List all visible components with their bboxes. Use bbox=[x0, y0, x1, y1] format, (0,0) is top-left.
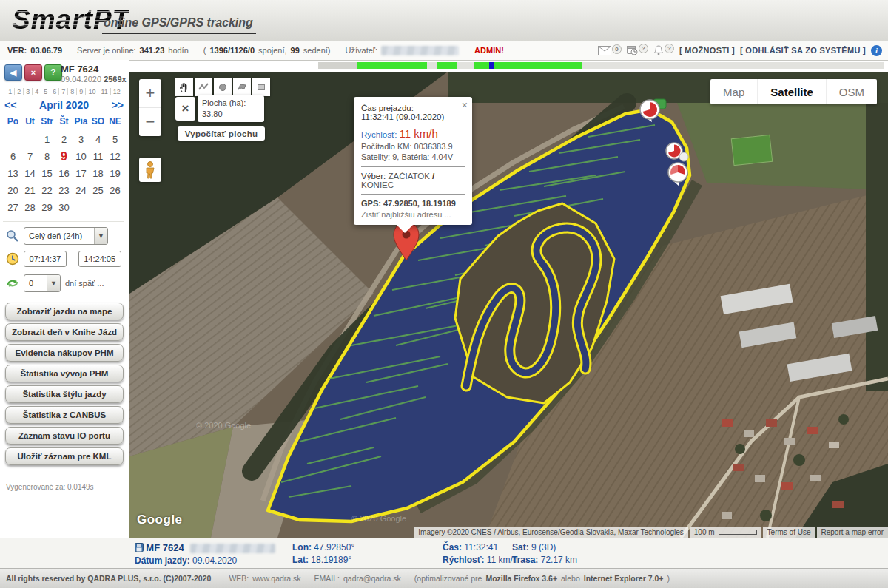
action-button-3[interactable]: Evidencia nákupov PHM bbox=[5, 344, 124, 362]
days-back-select[interactable]: 0 ▼ bbox=[24, 274, 61, 292]
month-select-2[interactable]: 2 bbox=[15, 88, 24, 95]
area-close-button[interactable]: × bbox=[175, 97, 195, 121]
calendar-day-30[interactable]: 30 bbox=[56, 199, 73, 216]
popup-select-separator: / bbox=[432, 172, 434, 180]
zoom-out-button[interactable]: − bbox=[139, 108, 161, 136]
month-select-3[interactable]: 3 bbox=[24, 88, 33, 95]
info-icon[interactable]: i bbox=[871, 45, 882, 56]
timeline-segment-green bbox=[494, 62, 582, 69]
circle-tool[interactable] bbox=[214, 78, 232, 96]
calendar-prev-button[interactable]: << bbox=[4, 99, 16, 111]
month-select-6[interactable]: 6 bbox=[50, 88, 59, 95]
calendar-day-9[interactable]: 9 bbox=[56, 148, 73, 165]
close-vehicle-button[interactable]: × bbox=[24, 64, 42, 81]
calendar-day-6[interactable]: 6 bbox=[4, 148, 21, 165]
month-select-7[interactable]: 7 bbox=[59, 88, 68, 95]
popup-close-icon[interactable]: × bbox=[462, 99, 468, 111]
pan-hand-tool[interactable] bbox=[175, 78, 193, 96]
calendar-day-5[interactable]: 5 bbox=[107, 131, 124, 148]
terms-link[interactable]: Terms of Use bbox=[763, 527, 815, 538]
polyline-tool[interactable] bbox=[195, 78, 212, 96]
service-calendar-button[interactable]: ? bbox=[627, 45, 648, 55]
action-button-4[interactable]: Štatistika vývoja PHM bbox=[5, 365, 124, 382]
calendar-next-button[interactable]: >> bbox=[112, 99, 124, 111]
calendar-day-8[interactable]: 8 bbox=[38, 148, 56, 165]
month-select-9[interactable]: 9 bbox=[77, 88, 86, 95]
popup-select-start-link[interactable]: ZAČIATOK bbox=[388, 172, 429, 180]
calendar-day-empty bbox=[90, 199, 107, 216]
calendar-day-21[interactable]: 21 bbox=[21, 182, 38, 199]
action-button-2[interactable]: Zobrazit deň v Knihe Jázd bbox=[5, 323, 124, 341]
timeline-track bbox=[318, 62, 357, 69]
time-to-input[interactable] bbox=[78, 251, 121, 267]
maptype-satellite[interactable]: Satellite bbox=[757, 79, 826, 104]
email-link[interactable]: qadra@qadra.sk bbox=[343, 574, 401, 583]
month-select-5[interactable]: 5 bbox=[41, 88, 50, 95]
popup-select-label: Výber: bbox=[361, 172, 386, 180]
calendar-day-3[interactable]: 3 bbox=[73, 131, 90, 148]
popup-select-end-link[interactable]: KONIEC bbox=[361, 180, 394, 189]
calendar-day-17[interactable]: 17 bbox=[73, 165, 90, 182]
action-button-7[interactable]: Záznam stavu IO portu bbox=[5, 427, 124, 445]
action-button-8[interactable]: Uložiť záznam pre KML bbox=[5, 447, 124, 465]
maptype-map[interactable]: Map bbox=[710, 79, 757, 104]
calendar-day-15[interactable]: 15 bbox=[38, 165, 56, 182]
map-canvas[interactable]: + − × Plocha (ha): 33.80 Vypočítať ploch… bbox=[130, 72, 888, 538]
action-button-1[interactable]: Zobraziť jazdu na mape bbox=[5, 303, 124, 320]
month-select-11[interactable]: 11 bbox=[98, 88, 110, 95]
calendar-day-12[interactable]: 12 bbox=[107, 148, 124, 165]
alarm-button[interactable]: ? bbox=[653, 45, 674, 55]
day-activity-timeline[interactable] bbox=[318, 62, 884, 69]
action-button-5[interactable]: Štatistika štýlu jazdy bbox=[5, 385, 124, 403]
calendar-day-14[interactable]: 14 bbox=[21, 165, 38, 182]
google-logo[interactable]: Google bbox=[137, 513, 183, 527]
sessions-number: 99 bbox=[291, 46, 300, 55]
logout-button[interactable]: [ ODHLÁSIŤ SA ZO SYSTÉMU ] bbox=[740, 46, 866, 55]
save-disk-icon[interactable] bbox=[135, 543, 144, 552]
web-link[interactable]: www.qadra.sk bbox=[252, 574, 300, 583]
month-select-12[interactable]: 12 bbox=[111, 88, 123, 95]
rectangle-tool[interactable] bbox=[252, 78, 270, 96]
polygon-tool[interactable] bbox=[233, 78, 251, 96]
month-select-1[interactable]: 1 bbox=[6, 88, 15, 95]
calendar-day-26[interactable]: 26 bbox=[107, 182, 124, 199]
calendar-day-16[interactable]: 16 bbox=[56, 165, 73, 182]
calendar-day-20[interactable]: 20 bbox=[4, 182, 21, 199]
calendar-day-1[interactable]: 1 bbox=[38, 131, 56, 148]
calendar-day-4[interactable]: 4 bbox=[90, 131, 107, 148]
calendar-day-29[interactable]: 29 bbox=[38, 199, 56, 216]
compute-area-link[interactable]: Vypočítať plochu bbox=[178, 126, 265, 141]
action-button-6[interactable]: Štatistika z CANBUS bbox=[5, 406, 124, 424]
month-select-10[interactable]: 10 bbox=[86, 88, 98, 95]
calendar-day-11[interactable]: 11 bbox=[90, 148, 107, 165]
service-calendar-icon bbox=[627, 45, 638, 55]
zoom-in-button[interactable]: + bbox=[139, 79, 161, 107]
calendar-day-7[interactable]: 7 bbox=[21, 148, 38, 165]
month-select-8[interactable]: 8 bbox=[68, 88, 77, 95]
calendar-day-28[interactable]: 28 bbox=[21, 199, 38, 216]
mail-button[interactable]: 0 bbox=[598, 46, 622, 55]
help-button[interactable]: ? bbox=[44, 64, 62, 81]
time-range-select[interactable]: Celý deň (24h) ▼ bbox=[24, 227, 108, 245]
vehicle-ride-count: 2569x bbox=[104, 75, 127, 84]
calendar-day-25[interactable]: 25 bbox=[90, 182, 107, 199]
report-error-link[interactable]: Report a map error bbox=[817, 527, 888, 538]
back-button[interactable]: ◀ bbox=[4, 64, 22, 81]
calendar-day-13[interactable]: 13 bbox=[4, 165, 21, 182]
calendar-day-27[interactable]: 27 bbox=[4, 199, 21, 216]
day-name-ut: Ut bbox=[21, 116, 38, 126]
pegman-control[interactable] bbox=[139, 158, 161, 182]
calendar-day-10[interactable]: 10 bbox=[73, 148, 90, 165]
calendar-day-22[interactable]: 22 bbox=[38, 182, 56, 199]
scale-bar bbox=[719, 530, 757, 535]
time-from-input[interactable] bbox=[24, 251, 67, 267]
calendar-day-19[interactable]: 19 bbox=[107, 165, 124, 182]
maptype-osm[interactable]: OSM bbox=[826, 79, 877, 104]
calendar-day-18[interactable]: 18 bbox=[90, 165, 107, 182]
calendar-day-2[interactable]: 2 bbox=[56, 131, 73, 148]
calendar-day-23[interactable]: 23 bbox=[56, 182, 73, 199]
month-select-4[interactable]: 4 bbox=[33, 88, 41, 95]
popup-address-link[interactable]: Zistiť najbližšiu adresu ... bbox=[361, 210, 465, 219]
options-button[interactable]: [ MOŽNOSTI ] bbox=[679, 46, 735, 55]
calendar-day-24[interactable]: 24 bbox=[73, 182, 90, 199]
